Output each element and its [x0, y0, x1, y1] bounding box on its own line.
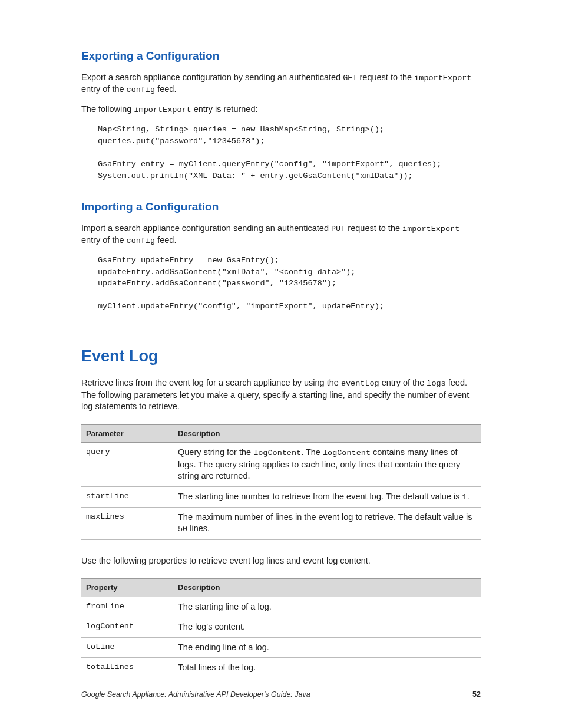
inline-code: logContent: [323, 449, 371, 457]
prop-name: toLine: [81, 637, 173, 658]
export-para2: The following importExport entry is retu…: [81, 104, 481, 116]
col-property: Property: [81, 579, 173, 597]
inline-code: config: [127, 85, 156, 94]
prop-desc: The ending line of a log.: [173, 637, 481, 658]
prop-desc: The starting line of a log.: [173, 597, 481, 617]
table-row: totalLines Total lines of the log.: [81, 658, 481, 678]
text: entry of the: [81, 84, 127, 94]
text: The starting line number to retrieve fro…: [178, 492, 462, 501]
eventlog-para2: Use the following properties to retrieve…: [81, 555, 481, 567]
heading-importing: Importing a Configuration: [81, 199, 481, 215]
param-name: maxLines: [81, 507, 173, 539]
text: lines.: [187, 523, 210, 533]
export-para1: Export a search appliance configuration …: [81, 72, 481, 95]
inline-code: PUT: [331, 225, 345, 233]
text: entry is returned:: [191, 104, 258, 114]
table-row: logContent The log's content.: [81, 617, 481, 638]
table-row: startLine The starting line number to re…: [81, 486, 481, 507]
page-footer: Google Search Appliance: Administrative …: [81, 690, 481, 700]
text: Query string for the: [178, 447, 253, 457]
table-row: fromLine The starting line of a log.: [81, 597, 481, 617]
param-desc: Query string for the logContent. The log…: [173, 443, 481, 486]
export-code-block: Map<String, String> queries = new HashMa…: [98, 124, 481, 182]
inline-code: logContent: [253, 449, 301, 457]
eventlog-para1: Retrieve lines from the event log for a …: [81, 377, 481, 412]
inline-code: GET: [343, 74, 357, 83]
page: Exporting a Configuration Export a searc…: [0, 0, 562, 728]
inline-code: importExport: [402, 225, 459, 233]
inline-code: 1: [462, 493, 467, 502]
prop-desc: Total lines of the log.: [173, 658, 481, 678]
inline-code: importExport: [134, 106, 191, 114]
text: entry of the: [379, 378, 427, 387]
param-name: query: [81, 443, 173, 486]
text: request to the: [345, 223, 402, 233]
col-description: Description: [173, 579, 481, 597]
prop-name: totalLines: [81, 658, 173, 678]
import-para1: Import a search appliance configuration …: [81, 223, 481, 246]
footer-title: Google Search Appliance: Administrative …: [81, 690, 310, 700]
import-code-block: GsaEntry updateEntry = new GsaEntry(); u…: [98, 255, 481, 312]
text: Import a search appliance configuration …: [81, 223, 331, 233]
inline-code: 50: [178, 525, 187, 533]
text: The following: [81, 104, 134, 114]
page-number: 52: [472, 690, 481, 700]
col-parameter: Parameter: [81, 424, 173, 443]
parameters-table: Parameter Description query Query string…: [81, 424, 481, 540]
properties-table: Property Description fromLine The starti…: [81, 578, 481, 678]
table-row: query Query string for the logContent. T…: [81, 443, 481, 486]
text: Retrieve lines from the event log for a …: [81, 378, 341, 387]
table-row: maxLines The maximum number of lines in …: [81, 507, 481, 539]
text: entry of the: [81, 235, 127, 245]
text: feed.: [155, 84, 176, 94]
inline-code: config: [127, 236, 156, 245]
inline-code: importExport: [414, 74, 471, 83]
param-desc: The starting line number to retrieve fro…: [173, 486, 481, 507]
text: feed.: [155, 235, 176, 245]
text: . The: [301, 447, 323, 457]
inline-code: logs: [427, 379, 445, 388]
prop-desc: The log's content.: [173, 617, 481, 638]
param-desc: The maximum number of lines in the event…: [173, 507, 481, 539]
table-row: toLine The ending line of a log.: [81, 637, 481, 658]
text: request to the: [357, 73, 414, 82]
text: The maximum number of lines in the event…: [178, 512, 472, 522]
text: Export a search appliance configuration …: [81, 73, 343, 82]
prop-name: fromLine: [81, 597, 173, 617]
param-name: startLine: [81, 486, 173, 507]
table-header-row: Property Description: [81, 579, 481, 597]
col-description: Description: [173, 424, 481, 443]
prop-name: logContent: [81, 617, 173, 638]
table-header-row: Parameter Description: [81, 424, 481, 443]
inline-code: eventLog: [341, 379, 379, 388]
heading-event-log: Event Log: [81, 345, 481, 367]
text: .: [467, 492, 470, 501]
heading-exporting: Exporting a Configuration: [81, 48, 481, 64]
